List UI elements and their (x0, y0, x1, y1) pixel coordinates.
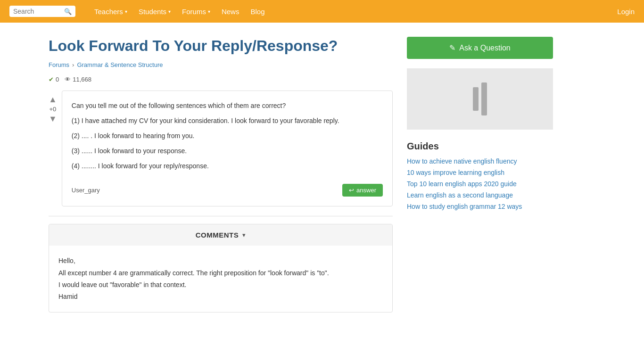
list-item: Top 10 learn english apps 2020 guide (407, 180, 553, 188)
guide-link[interactable]: Top 10 learn english apps 2020 guide (407, 180, 517, 188)
vote-down-button[interactable]: ▼ (49, 115, 57, 123)
post-text: Can you tell me out of the following sen… (72, 100, 383, 172)
divider (49, 216, 393, 216)
nav-item-blog[interactable]: Blog (246, 8, 269, 16)
post-box: Can you tell me out of the following sen… (62, 90, 393, 206)
breadcrumb-forums[interactable]: Forums (49, 61, 69, 68)
post-container: ▲ +0 ▼ Can you tell me out of the follow… (49, 90, 393, 206)
breadcrumb-current: Grammar & Sentence Structure (77, 61, 163, 68)
check-icon: ✔ (49, 76, 54, 83)
guides-list: How to achieve native english fluency 10… (407, 157, 553, 210)
chevron-down-icon: ▾ (125, 9, 127, 14)
post-stats: ✔ 0 👁 11,668 (49, 76, 393, 83)
chevron-down-icon: ▾ (242, 231, 246, 239)
vote-stat: ✔ 0 (49, 76, 59, 83)
nav-item-students[interactable]: Students ▾ (134, 8, 175, 16)
ask-question-button[interactable]: ✎ Ask a Question (407, 37, 553, 59)
main-nav: Teachers ▾ Students ▾ Forums ▾ News Blog (90, 8, 612, 16)
nav-item-forums[interactable]: Forums ▾ (177, 8, 215, 16)
post-author: User_gary (72, 187, 100, 194)
list-item: Learn english as a second language (407, 191, 553, 199)
guide-link[interactable]: How to study english grammar 12 ways (407, 203, 522, 210)
chevron-down-icon: ▾ (168, 9, 171, 14)
comments-section: COMMENTS ▾ Hello, All except number 4 ar… (49, 224, 393, 313)
sidebar: ✎ Ask a Question Guides How to achieve n… (407, 37, 553, 322)
guide-link[interactable]: 10 ways improve learning english (407, 169, 504, 176)
vote-controls: ▲ +0 ▼ (49, 90, 57, 206)
search-icon: 🔍 (64, 8, 72, 15)
search-input[interactable] (13, 8, 61, 15)
search-wrapper[interactable]: 🔍 (9, 6, 75, 17)
views-stat: 👁 11,668 (65, 76, 91, 83)
vote-up-button[interactable]: ▲ (49, 95, 57, 104)
eye-icon: 👁 (65, 76, 71, 83)
chevron-down-icon: ▾ (208, 9, 210, 14)
ad-bar (473, 87, 479, 111)
list-item: 10 ways improve learning english (407, 169, 553, 176)
comment-text: Hello, All except number 4 are grammatic… (58, 255, 383, 303)
guide-link[interactable]: Learn english as a second language (407, 191, 513, 199)
ad-placeholder (407, 68, 553, 130)
list-item: How to achieve native english fluency (407, 157, 553, 165)
ad-bars (473, 82, 487, 115)
comment-body: Hello, All except number 4 are grammatic… (49, 246, 392, 312)
login-button[interactable]: Login (617, 8, 635, 16)
guides-title: Guides (407, 141, 553, 152)
post-footer: User_gary ↩ answer (72, 179, 383, 197)
ad-bar (481, 82, 487, 115)
breadcrumb: Forums › Grammar & Sentence Structure (49, 61, 393, 68)
page-title: Look Forward To Your Reply/Response? (49, 37, 393, 55)
reply-icon: ↩ (349, 187, 354, 194)
nav-item-news[interactable]: News (217, 8, 244, 16)
comments-label: COMMENTS (196, 231, 239, 239)
nav-item-teachers[interactable]: Teachers ▾ (90, 8, 132, 16)
breadcrumb-separator: › (72, 61, 74, 68)
comments-header[interactable]: COMMENTS ▾ (49, 224, 392, 246)
guide-link[interactable]: How to achieve native english fluency (407, 157, 517, 165)
edit-icon: ✎ (449, 43, 455, 52)
list-item: How to study english grammar 12 ways (407, 203, 553, 210)
vote-count: +0 (50, 106, 57, 113)
answer-button[interactable]: ↩ answer (342, 184, 383, 197)
